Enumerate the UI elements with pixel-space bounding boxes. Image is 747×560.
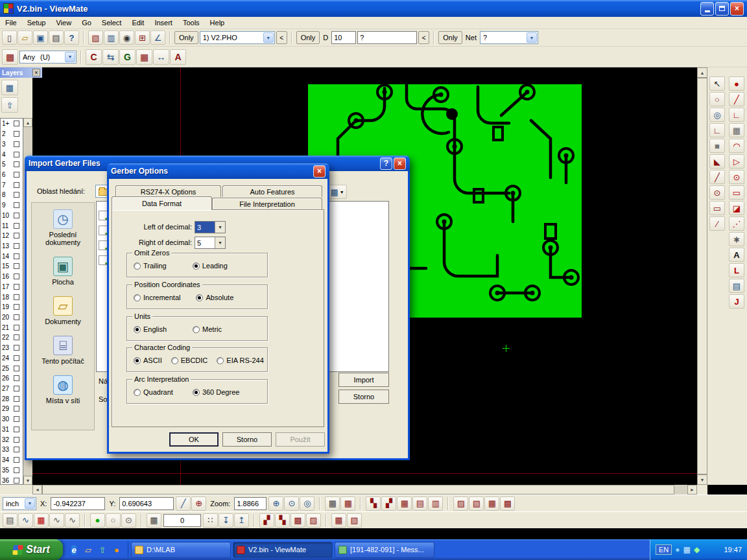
- scroll-up-icon[interactable]: ▲: [697, 67, 707, 78]
- white-circle-icon[interactable]: ○: [106, 513, 121, 528]
- filled-square-icon[interactable]: ■: [709, 139, 725, 153]
- text-tool-icon[interactable]: A: [729, 248, 744, 262]
- scroll-down-icon[interactable]: ▼: [23, 476, 32, 485]
- layer-row[interactable]: 30: [1, 414, 23, 425]
- restore-button[interactable]: [715, 2, 729, 16]
- square-pad-icon[interactable]: ▦: [729, 123, 744, 137]
- play-icon[interactable]: ▷: [729, 154, 744, 169]
- units-combo[interactable]: inch ▼: [3, 497, 36, 510]
- layer-color-box[interactable]: [14, 141, 19, 147]
- bend-trace-icon[interactable]: ∟: [729, 108, 744, 122]
- a-aperture-icon[interactable]: A: [170, 49, 186, 65]
- save-icon[interactable]: ▣: [33, 30, 48, 45]
- layer-select-combo[interactable]: 1) V2.PHO ▼: [200, 31, 275, 44]
- select-region-icon[interactable]: ▧: [88, 30, 103, 45]
- layer-row[interactable]: 14: [1, 251, 23, 261]
- layer-row[interactable]: 13: [1, 241, 23, 251]
- layer-row[interactable]: 36: [1, 475, 23, 485]
- trace-line-icon[interactable]: ╱: [729, 92, 744, 106]
- pad-style-9-icon[interactable]: ▩: [500, 496, 515, 511]
- net-select-combo[interactable]: ? ▼: [480, 31, 538, 44]
- layer-color-box[interactable]: [14, 426, 19, 432]
- layer-color-box[interactable]: [14, 233, 19, 239]
- storno-button[interactable]: Storno: [338, 390, 389, 404]
- place-desktop[interactable]: ▣ Plocha: [33, 257, 93, 286]
- layer-color-box[interactable]: [14, 366, 19, 371]
- layers-close-icon[interactable]: ×: [32, 69, 40, 76]
- place-documents[interactable]: ▱ Dokumenty: [33, 296, 93, 325]
- pad-grid-icon[interactable]: ⊞: [135, 30, 150, 45]
- layer-row[interactable]: 21: [1, 322, 23, 332]
- layer-row[interactable]: 5: [1, 159, 23, 170]
- scroll-up-icon[interactable]: ▲: [23, 118, 32, 127]
- rectangle-icon[interactable]: ▭: [709, 201, 725, 215]
- chevron-down-icon[interactable]: ▼: [215, 237, 225, 248]
- layer-stack-icon[interactable]: ▦: [1, 80, 18, 95]
- only-dcode-button[interactable]: Only: [296, 31, 320, 44]
- y-coordinate-input[interactable]: [119, 497, 174, 510]
- wave3-icon[interactable]: ∿: [65, 513, 80, 528]
- chip-icon[interactable]: ▤: [3, 513, 18, 528]
- radio-option[interactable]: Metric: [193, 325, 222, 333]
- radio-option[interactable]: Absolute: [196, 294, 233, 301]
- layer-color-box[interactable]: [14, 396, 19, 402]
- menu-item[interactable]: Edit: [126, 18, 149, 28]
- dots-diagonal-icon[interactable]: ⋰: [729, 216, 744, 231]
- network-tray-icon[interactable]: ▦: [683, 545, 691, 554]
- aperture-type-combo[interactable]: Any (U) ▼: [19, 51, 77, 64]
- layer-color-box[interactable]: [14, 334, 19, 340]
- layer-color-box[interactable]: [14, 152, 19, 158]
- zoom-in-icon[interactable]: ⊕: [268, 496, 283, 511]
- gerber-dialog-titlebar[interactable]: Gerber Options ×: [107, 163, 329, 179]
- chevron-down-icon[interactable]: ▼: [25, 498, 35, 509]
- radio-option[interactable]: EIA RS-244: [217, 356, 263, 364]
- layer-row[interactable]: 11: [1, 220, 23, 231]
- layer-color-box[interactable]: [14, 202, 19, 208]
- layer-color-box[interactable]: [14, 478, 19, 484]
- browser-icon[interactable]: ●: [111, 544, 123, 555]
- measure-icon[interactable]: ∠: [150, 30, 165, 45]
- chevron-down-icon[interactable]: ▼: [263, 32, 274, 43]
- radio-option[interactable]: Quadrant: [134, 388, 173, 396]
- help-pointer-icon[interactable]: ?: [64, 30, 79, 45]
- layer-row[interactable]: 6: [1, 170, 23, 180]
- place-recent-documents[interactable]: ◷ Poslední dokumenty: [33, 209, 93, 246]
- layer-row[interactable]: 2: [1, 129, 23, 139]
- radio-option[interactable]: Incremental: [134, 294, 180, 301]
- layer-color-box[interactable]: [14, 345, 19, 351]
- taskbar-task-button[interactable]: [191-482-091] - Mess...: [335, 542, 434, 558]
- menu-item[interactable]: Insert: [149, 18, 178, 28]
- antivirus-tray-icon[interactable]: ◆: [694, 545, 700, 554]
- clock[interactable]: 19:47: [724, 546, 742, 554]
- chevron-down-icon[interactable]: ▼: [65, 52, 75, 62]
- layer-color-box[interactable]: [14, 375, 19, 381]
- layer-row[interactable]: 12: [1, 231, 23, 241]
- green-arrows-icon[interactable]: ⇧: [97, 544, 108, 555]
- menu-item[interactable]: Tools: [178, 18, 205, 28]
- scroll-down-icon[interactable]: ▼: [697, 474, 707, 485]
- layer-row[interactable]: 3: [1, 139, 23, 149]
- h-spacing-icon[interactable]: ↔: [153, 49, 169, 65]
- dialog-close-button[interactable]: ×: [313, 165, 326, 178]
- layer-color-box[interactable]: [14, 121, 19, 126]
- thermal-pad-icon[interactable]: ⊙: [729, 170, 744, 184]
- horizontal-scrollbar[interactable]: ◄ ►: [32, 485, 697, 495]
- layer-row[interactable]: 16: [1, 272, 23, 282]
- prev-dcode-button[interactable]: <: [418, 31, 429, 44]
- right-of-decimal-select[interactable]: 5 ▼: [195, 237, 226, 249]
- swap-layers-icon[interactable]: ⇆: [102, 49, 119, 65]
- menu-item[interactable]: Help: [205, 18, 230, 28]
- round-pad-icon[interactable]: ●: [729, 76, 744, 91]
- layer-color-box[interactable]: [14, 192, 19, 198]
- dcode-count-input[interactable]: [163, 514, 201, 527]
- radio-option[interactable]: Leading: [193, 262, 228, 270]
- pad-matrix-icon[interactable]: ▦: [136, 49, 152, 65]
- layer-color-box[interactable]: [14, 416, 19, 422]
- new-document-icon[interactable]: ▯: [2, 30, 17, 45]
- tab-auto-features[interactable]: Auto Features: [222, 185, 322, 197]
- aperture-5-icon[interactable]: ▦: [331, 513, 346, 528]
- radio-option[interactable]: 360 Degree: [193, 388, 240, 396]
- open-folder-icon[interactable]: ▱: [18, 30, 32, 45]
- layer-row[interactable]: 15: [1, 261, 23, 272]
- g-aperture-icon[interactable]: G: [119, 49, 136, 65]
